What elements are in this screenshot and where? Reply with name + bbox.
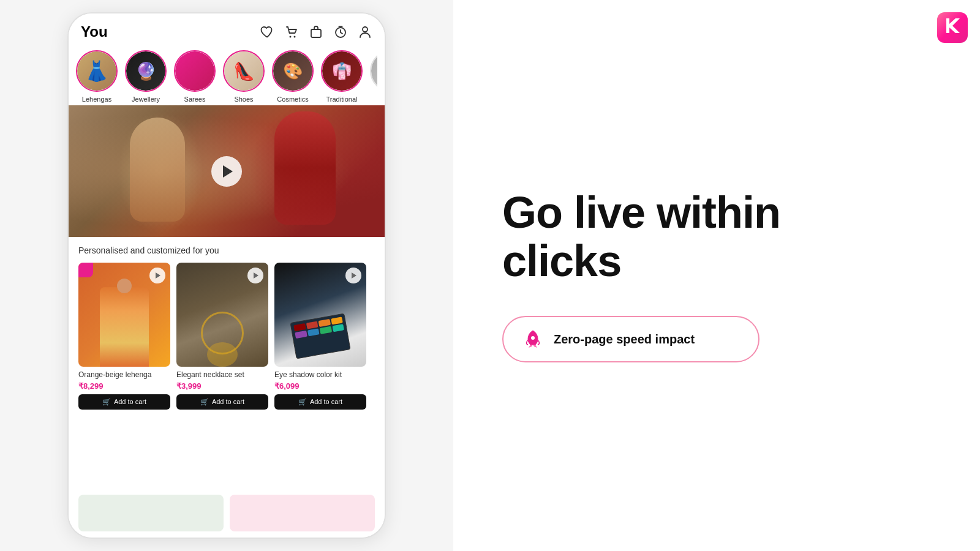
category-label-jewellery: Jewellery <box>132 96 160 103</box>
mobile-frame: You <box>67 12 386 539</box>
play-triangle-icon <box>223 165 233 178</box>
product-play-button-lehenga[interactable] <box>149 268 165 283</box>
user-icon[interactable] <box>358 24 372 39</box>
product-name-lehenga: Orange-beige lehenga <box>78 370 170 380</box>
rocket-icon <box>522 328 544 350</box>
logo-badge <box>937 12 968 43</box>
product-name-necklace: Elegant necklace set <box>176 370 268 380</box>
feature-card: Zero-page speed impact <box>502 316 760 362</box>
app-header: You <box>69 13 385 45</box>
svg-point-6 <box>531 336 535 340</box>
category-circle-cosmetics: 🎨 <box>272 50 314 92</box>
play-button[interactable] <box>211 156 242 187</box>
logo-letter <box>943 17 962 39</box>
svg-point-1 <box>294 36 296 38</box>
category-label-traditional: Traditional <box>326 96 358 103</box>
category-circle-sarees <box>174 50 216 92</box>
category-lehengas[interactable]: 👗 Lehengas <box>76 50 118 103</box>
category-traditional[interactable]: 👘 Traditional <box>321 50 363 103</box>
left-panel: You <box>0 0 453 551</box>
bottom-block-green <box>78 495 224 531</box>
svg-point-4 <box>363 27 368 32</box>
add-to-cart-eyeshadow[interactable]: 🛒 Add to cart <box>274 394 366 410</box>
products-scroll: Orange-beige lehenga ₹8,299 🛒 Add to car… <box>78 263 375 410</box>
product-name-eyeshadow: Eye shadow color kit <box>274 370 366 380</box>
add-to-cart-lehenga[interactable]: 🛒 Add to cart <box>78 394 170 410</box>
category-more[interactable]: W... <box>370 50 377 103</box>
category-circle-lehengas: 👗 <box>76 50 118 92</box>
timer-icon[interactable] <box>333 24 348 39</box>
svg-point-0 <box>290 36 292 38</box>
mini-play-icon-eyeshadow <box>352 272 356 279</box>
category-label-shoes: Shoes <box>234 96 253 103</box>
product-image-eyeshadow <box>274 263 366 367</box>
product-card-eyeshadow: Eye shadow color kit ₹6,099 🛒 Add to car… <box>274 263 366 410</box>
headline-line1: Go live within <box>502 188 780 237</box>
cart-icon-eyeshadow: 🛒 <box>298 398 307 406</box>
product-play-button-necklace[interactable] <box>247 268 263 283</box>
cart-icon[interactable] <box>284 24 299 39</box>
product-image-lehenga <box>78 263 170 367</box>
personalized-section: Personalised and customized for you Oran… <box>69 237 385 489</box>
hero-video-background <box>69 105 385 237</box>
mini-play-icon-necklace <box>254 272 258 279</box>
category-circle-more <box>370 50 377 92</box>
headline: Go live within clicks <box>502 189 931 285</box>
product-play-button-eyeshadow[interactable] <box>345 268 361 283</box>
category-label-lehengas: Lehengas <box>82 96 111 103</box>
feature-text: Zero-page speed impact <box>554 332 695 347</box>
cart-icon-lehenga: 🛒 <box>102 398 111 406</box>
product-image-necklace <box>176 263 268 367</box>
product-price-lehenga: ₹8,299 <box>78 381 170 391</box>
cart-icon-necklace: 🛒 <box>200 398 209 406</box>
headline-line2: clicks <box>502 236 621 285</box>
bottom-block-pink <box>230 495 375 531</box>
category-shoes[interactable]: 👠 Shoes <box>223 50 265 103</box>
category-label-sarees: Sarees <box>184 96 206 103</box>
category-cosmetics[interactable]: 🎨 Cosmetics <box>272 50 314 103</box>
category-circle-traditional: 👘 <box>321 50 363 92</box>
svg-marker-5 <box>946 18 960 33</box>
app-title: You <box>81 23 108 40</box>
category-circle-shoes: 👠 <box>223 50 265 92</box>
categories-scroll: 👗 Lehengas 🔮 Jewellery Sarees <box>76 50 377 103</box>
heart-icon[interactable] <box>260 24 274 39</box>
product-price-eyeshadow: ₹6,099 <box>274 381 366 391</box>
categories-section: 👗 Lehengas 🔮 Jewellery Sarees <box>69 45 385 105</box>
category-label-cosmetics: Cosmetics <box>277 96 308 103</box>
category-sarees[interactable]: Sarees <box>174 50 216 103</box>
bag-icon[interactable] <box>309 24 323 39</box>
category-circle-jewellery: 🔮 <box>125 50 167 92</box>
right-panel: Go live within clicks Zero-page speed im… <box>453 0 980 551</box>
product-card-necklace: Elegant necklace set ₹3,999 🛒 Add to car… <box>176 263 268 410</box>
mini-play-icon-lehenga <box>156 272 160 279</box>
product-card-lehenga: Orange-beige lehenga ₹8,299 🛒 Add to car… <box>78 263 170 410</box>
red-corner-lehenga <box>78 263 93 277</box>
add-to-cart-necklace[interactable]: 🛒 Add to cart <box>176 394 268 410</box>
product-price-necklace: ₹3,999 <box>176 381 268 391</box>
svg-rect-2 <box>311 29 321 37</box>
bottom-blocks <box>69 489 385 538</box>
category-jewellery[interactable]: 🔮 Jewellery <box>125 50 167 103</box>
section-title: Personalised and customized for you <box>78 246 375 255</box>
hero-video[interactable] <box>69 105 385 237</box>
header-icons <box>260 24 372 39</box>
